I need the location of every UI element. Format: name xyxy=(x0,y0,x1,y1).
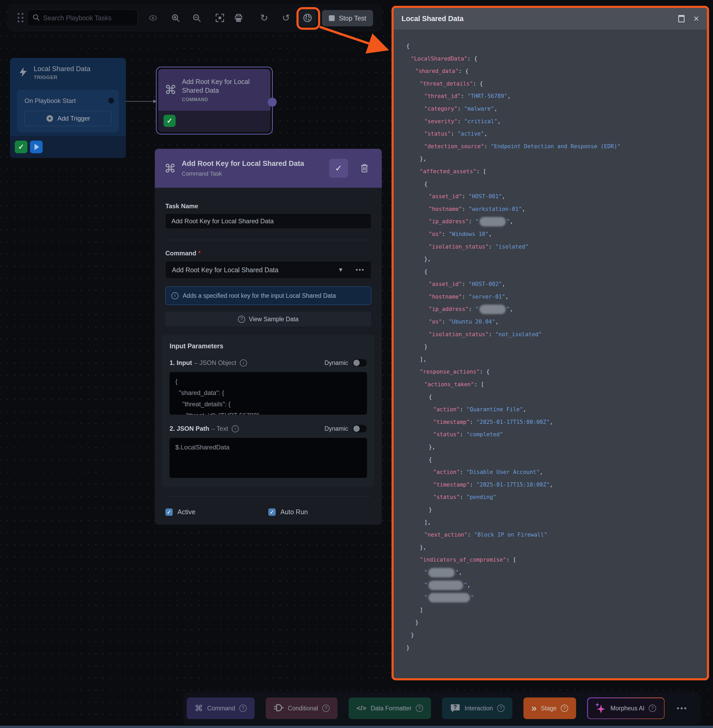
search-icon xyxy=(32,13,40,22)
json-line: ], xyxy=(406,516,699,529)
command-icon: ⌘ xyxy=(195,703,203,713)
help-icon[interactable]: ? xyxy=(497,704,504,712)
sparkle-icon xyxy=(596,703,606,714)
close-icon[interactable]: × xyxy=(694,14,699,24)
command-options-button[interactable]: ••• xyxy=(356,266,365,273)
palette-conditional-button[interactable]: Conditional ? xyxy=(266,697,337,719)
stop-test-button[interactable]: Stop Test xyxy=(322,10,373,26)
output-port[interactable] xyxy=(268,98,277,107)
json-viewer: {"LocalSharedData": {"shared_data": {"th… xyxy=(394,30,707,662)
dynamic-label: Dynamic xyxy=(325,360,348,367)
json-line: ] xyxy=(406,604,699,617)
active-checkbox[interactable]: ✓ Active xyxy=(166,508,268,516)
json-line: } xyxy=(406,629,699,641)
json-line: }, xyxy=(406,253,699,266)
json-line: "shared_data": { xyxy=(406,65,699,78)
global-data-button[interactable] xyxy=(299,9,316,27)
add-trigger-button[interactable]: Add Trigger xyxy=(24,111,111,126)
auto-run-checkbox[interactable]: ✓ Auto Run xyxy=(268,508,371,516)
json-line: "asset_id": "HOST-001", xyxy=(406,190,699,203)
palette-morpheus-ai-button[interactable]: Morpheus AI ? xyxy=(587,697,665,719)
json-line: "status": "completed" xyxy=(406,428,699,441)
help-icon[interactable]: ? xyxy=(239,704,247,712)
output-port[interactable] xyxy=(108,98,114,103)
command-select[interactable]: Add Root Key for Local Shared Data ▼ ••• xyxy=(166,261,371,279)
chevron-down-icon[interactable]: ▼ xyxy=(338,267,344,273)
dynamic-toggle[interactable] xyxy=(352,359,367,367)
node-success-button[interactable]: ✓ xyxy=(15,140,27,153)
info-icon: i xyxy=(232,425,239,432)
palette-interaction-button[interactable]: ? Interaction ? xyxy=(442,697,512,719)
task-config-panel: ⌘ Add Root Key for Local Shared Data Com… xyxy=(155,149,382,525)
json-line: ], xyxy=(406,354,699,366)
fit-view-button[interactable] xyxy=(211,9,228,27)
param-row-json-path: 2. JSON Path – Text i Dynamic xyxy=(170,425,367,433)
search-input[interactable] xyxy=(43,14,133,22)
json-line: "category": "malware", xyxy=(406,103,699,115)
trigger-event-card: On Playbook Start Add Trigger xyxy=(17,90,118,132)
json-line: "asset_id": "HOST-002", xyxy=(406,278,699,291)
trigger-node-title: Local Shared Data xyxy=(34,65,90,73)
help-icon[interactable]: ? xyxy=(322,704,330,712)
json-line: "LocalSharedData": { xyxy=(406,53,699,65)
json-line: { xyxy=(406,391,699,404)
view-sample-data-button[interactable]: ? View Sample Data xyxy=(166,312,371,327)
input-json-editor[interactable]: { "shared_data": { "threat_details": { "… xyxy=(170,372,367,415)
palette-stage-button[interactable]: » Stage ? xyxy=(524,697,576,719)
confirm-task-button[interactable]: ✓ xyxy=(329,159,348,178)
lightning-icon xyxy=(18,66,28,79)
palette-more-button[interactable]: ••• xyxy=(677,704,688,713)
globe-icon xyxy=(303,13,313,23)
task-name-label: Task Name xyxy=(166,203,371,210)
json-line: "timestamp": "2025-01-17T15:10:00Z", xyxy=(406,479,699,491)
task-name-input[interactable]: Add Root Key for Local Shared Data xyxy=(166,213,371,229)
dynamic-label: Dynamic xyxy=(325,425,348,432)
top-toolbar: ↻ ↺ Stop Test xyxy=(8,4,382,31)
preview-eye-button[interactable] xyxy=(144,9,162,27)
help-icon[interactable]: ? xyxy=(416,704,423,712)
delete-task-button[interactable] xyxy=(356,159,372,178)
code-icon: </> xyxy=(356,704,367,712)
json-line: { xyxy=(406,454,699,466)
undo-icon[interactable]: ↺ xyxy=(277,9,295,27)
palette-command-button[interactable]: ⌘ Command ? xyxy=(186,697,255,719)
json-line: "hostname": "workstation-01", xyxy=(406,203,699,216)
json-line: "affected_assets": [ xyxy=(406,166,699,178)
print-button[interactable] xyxy=(230,9,247,27)
json-line: "threat_id": "THRT-56789", xyxy=(406,90,699,103)
json-line: { xyxy=(406,266,699,278)
redacted-value xyxy=(479,217,506,227)
palette-data-formatter-button[interactable]: </> Data Formatter ? xyxy=(349,697,431,719)
plus-circle-icon xyxy=(46,115,54,122)
stop-icon xyxy=(329,15,335,21)
command-label: Command * xyxy=(166,250,371,257)
json-line: } xyxy=(406,341,699,354)
trash-icon xyxy=(360,163,369,173)
json-line: "os": "Ubuntu 20.04", xyxy=(406,316,699,328)
json-line: "", xyxy=(406,566,699,579)
zoom-in-button[interactable] xyxy=(167,9,184,27)
json-line: }, xyxy=(406,542,699,554)
zoom-out-button[interactable] xyxy=(188,9,205,27)
node-run-button[interactable] xyxy=(30,140,43,153)
help-icon[interactable]: ? xyxy=(561,704,568,712)
command-node[interactable]: ⌘ Add Root Key for Local Shared Data COM… xyxy=(156,67,273,134)
json-line: "status": "active", xyxy=(406,128,699,140)
search-box[interactable] xyxy=(27,9,138,26)
redacted-value xyxy=(428,568,455,577)
dynamic-toggle[interactable] xyxy=(352,425,367,433)
data-panel-header: Local Shared Data × xyxy=(394,8,707,30)
node-success-button[interactable]: ✓ xyxy=(164,115,176,127)
json-line: }, xyxy=(406,441,699,454)
json-line: "" xyxy=(406,591,699,604)
help-icon[interactable]: ? xyxy=(649,704,656,712)
redo-icon[interactable]: ↻ xyxy=(255,9,273,27)
drag-handle-icon[interactable] xyxy=(18,13,24,23)
maximize-icon[interactable] xyxy=(678,15,685,22)
json-path-editor[interactable]: $.LocalSharedData xyxy=(170,438,367,478)
bottom-edge-bar xyxy=(0,726,713,728)
json-line: "next_action": "Block IP on Firewall" xyxy=(406,529,699,542)
trigger-node[interactable]: Local Shared Data TRIGGER On Playbook St… xyxy=(10,58,126,158)
required-marker: * xyxy=(198,250,200,257)
json-line: } xyxy=(406,616,699,629)
